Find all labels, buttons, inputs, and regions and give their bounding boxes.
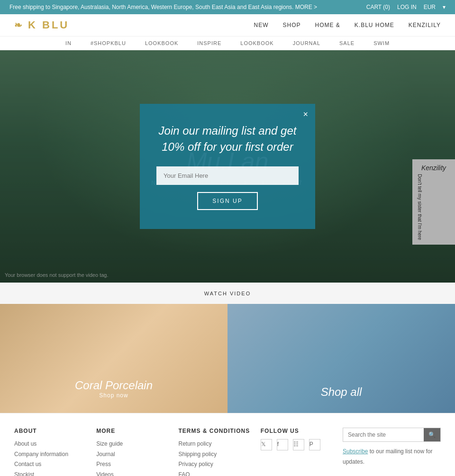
email-modal: × Join our mailing list and get 10% off …	[140, 104, 315, 229]
subscribe-link[interactable]: Subscribe	[343, 448, 368, 455]
footer-columns: About About us Company information Conta…	[14, 428, 441, 476]
footer-more-heading: More	[96, 428, 169, 434]
subscribe-text: Subscribe to our mailing list now for up…	[343, 447, 441, 467]
footer-about-heading: About	[14, 428, 87, 434]
subnav-swim[interactable]: SWIM	[373, 40, 390, 46]
subnav-shopkblu[interactable]: #SHOPKBLU	[91, 40, 126, 46]
footer-social-heading: Follow Us	[261, 428, 333, 434]
logo[interactable]: ❧ K BLU	[14, 19, 69, 31]
modal-overlay: × Join our mailing list and get 10% off …	[0, 50, 455, 283]
nav-new[interactable]: NEW	[254, 22, 268, 28]
footer-about-us[interactable]: About us	[14, 439, 87, 449]
footer-privacy-policy[interactable]: Privacy policy	[179, 459, 251, 470]
footer-return-policy[interactable]: Return policy	[179, 439, 251, 449]
nav-home[interactable]: HOME &	[315, 22, 340, 28]
currency-selector[interactable]: EUR	[424, 4, 436, 10]
search-box: 🔍	[343, 428, 441, 442]
modal-close-button[interactable]: ×	[303, 110, 308, 119]
footer-col-more: More Size guide Journal Press Videos Eve…	[96, 428, 169, 476]
logo-text: K BLU	[28, 19, 69, 31]
footer-stockist[interactable]: Stockist	[14, 470, 87, 476]
subnav-lookbook-left[interactable]: LOOKBOOK	[145, 40, 178, 46]
footer-videos[interactable]: Videos	[96, 470, 169, 476]
search-button[interactable]: 🔍	[424, 428, 440, 441]
subnav-inspire[interactable]: INSPIRE	[197, 40, 221, 46]
modal-title: Join our mailing list and get 10% off fo…	[156, 123, 299, 155]
facebook-icon[interactable]: f	[277, 439, 288, 450]
login-link[interactable]: LOG IN	[397, 4, 417, 10]
pinterest-icon[interactable]: P	[309, 439, 320, 450]
product-card-coral-text: Coral Porcelain Shop now	[0, 379, 228, 399]
sub-nav: IN #SHOPKBLU LOOKBOOK INSPIRE LOOKBOOK J…	[0, 37, 455, 50]
footer-shipping-policy[interactable]: Shipping policy	[179, 449, 251, 460]
social-icons: 𝕏 f ☷ P	[261, 439, 333, 450]
watch-video-button[interactable]: WATCH VIDEO	[204, 291, 251, 296]
footer-col-search: 🔍 Subscribe to our mailing list now for …	[343, 428, 441, 476]
currency-chevron-icon[interactable]: ▾	[443, 4, 446, 10]
product-card-coral-title: Coral Porcelain	[0, 379, 228, 392]
cart-link[interactable]: CART (0)	[366, 4, 390, 10]
nav-kblu-home[interactable]: K.BLU HOME	[355, 22, 394, 28]
subnav-journal[interactable]: JOURNAL	[293, 40, 320, 46]
twitter-icon[interactable]: 𝕏	[261, 439, 272, 450]
shipping-text: Free shipping to Singapore, Australasia,…	[9, 4, 317, 10]
nav-shop[interactable]: SHOP	[282, 22, 300, 28]
footer-journal[interactable]: Journal	[96, 449, 169, 460]
subnav-in[interactable]: IN	[65, 40, 72, 46]
top-banner: Free shipping to Singapore, Australasia,…	[0, 0, 455, 14]
signup-button[interactable]: SIGN UP	[197, 192, 257, 210]
footer-col-terms: Terms & Conditions Return policy Shippin…	[179, 428, 251, 476]
header-actions: CART (0) LOG IN EUR ▾	[366, 4, 446, 10]
product-card-shop-all-title: Shop all	[228, 385, 455, 399]
footer-contact-us[interactable]: Contact us	[14, 459, 87, 470]
product-grid: Coral Porcelain Shop now Shop all	[0, 304, 455, 413]
subnav-sale[interactable]: SALE	[339, 40, 355, 46]
nav-kenzilily[interactable]: KENZILILY	[409, 22, 441, 28]
instagram-icon[interactable]: ☷	[293, 439, 304, 450]
footer-faq[interactable]: FAQ	[179, 470, 251, 476]
footer-terms-heading: Terms & Conditions	[179, 428, 251, 434]
footer-company-info[interactable]: Company information	[14, 449, 87, 460]
footer-size-guide[interactable]: Size guide	[96, 439, 169, 449]
footer-col-about: About About us Company information Conta…	[14, 428, 87, 476]
footer-col-social: Follow Us 𝕏 f ☷ P	[261, 428, 333, 476]
product-card-shop-all-text: Shop all	[228, 385, 455, 399]
product-card-coral-subtitle: Shop now	[0, 392, 228, 399]
site-header: ❧ K BLU NEW SHOP HOME & K.BLU HOME KENZI…	[0, 14, 455, 37]
product-card-shop-all[interactable]: Shop all	[228, 304, 455, 413]
hero-section: × Join our mailing list and get 10% off …	[0, 50, 455, 283]
main-nav: NEW SHOP HOME & K.BLU HOME KENZILILY	[254, 22, 441, 28]
product-card-coral[interactable]: Coral Porcelain Shop now	[0, 304, 228, 413]
logo-icon: ❧	[14, 19, 24, 31]
footer-press[interactable]: Press	[96, 459, 169, 470]
email-input[interactable]	[156, 166, 299, 185]
watch-video-section: WATCH VIDEO	[0, 283, 455, 304]
search-input[interactable]	[343, 429, 424, 441]
subnav-lookbook-center[interactable]: LOOKBOOK	[240, 40, 273, 46]
site-footer: About About us Company information Conta…	[0, 413, 455, 476]
